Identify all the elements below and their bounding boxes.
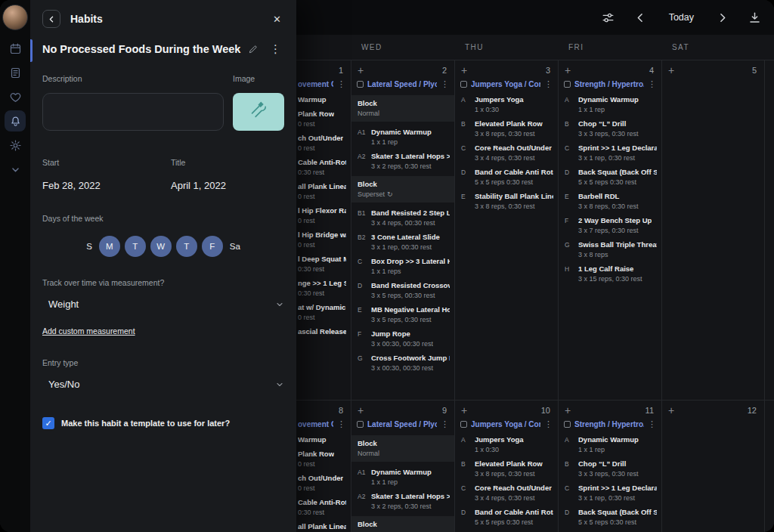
day-chip[interactable]: F <box>202 236 223 257</box>
today-button[interactable]: Today <box>666 12 697 23</box>
end-date-value[interactable]: April 1, 2022 <box>171 180 284 191</box>
day-chip[interactable]: T <box>125 236 146 257</box>
exercise-entry[interactable]: EStability Ball Plank Linear ...3 x 8 re… <box>455 192 558 210</box>
calendar-day-cell[interactable]: +10Jumpers Yoga / Core⋮AJumpers Yoga1 x … <box>454 401 558 532</box>
exercise-entry[interactable]: GCross Footwork Jump Rope3 x 00:30, 00:3… <box>351 354 454 372</box>
habit-image-thumbnail[interactable] <box>233 93 284 131</box>
exercise-entry[interactable]: CSprint >> 1 Leg Declarations3 x 1 rep, … <box>559 144 661 162</box>
exercise-entry[interactable]: CBox Drop >> 3 Lateral H...1 x 1 reps <box>351 257 454 275</box>
day-chip[interactable]: T <box>176 236 197 257</box>
exercise-entry[interactable]: DBand Resisted Crossover...3 x 5 reps, 0… <box>351 281 454 299</box>
calendar-day-cell[interactable]: +2Lateral Speed / Plyo⋮BlockNormalA1Dyna… <box>351 60 454 400</box>
exercise-entry[interactable]: DBack Squat (Back Off Set)5 x 5 reps 0:3… <box>559 168 661 186</box>
exercise-entry[interactable]: FJump Rope3 x 00:30, 00:30 rest <box>351 329 454 348</box>
exercise-entry[interactable]: H1 Leg Calf Raise3 x 15 reps, 0:30 rest <box>559 264 661 283</box>
kebab-menu-icon[interactable]: ⋮ <box>267 42 284 56</box>
workout-title[interactable]: Lateral Speed / Plyo <box>367 420 437 428</box>
calendar-day-cell[interactable]: +5 <box>661 60 765 400</box>
exercise-entry[interactable]: CCore Reach Out/Under3 x 4 reps, 0:30 re… <box>455 484 558 502</box>
calendar-day-cell[interactable]: +3Jumpers Yoga / Core⋮AJumpers Yoga1 x 0… <box>454 60 558 400</box>
description-input[interactable] <box>42 93 224 131</box>
avatar[interactable] <box>2 5 28 30</box>
workout-checkbox[interactable] <box>460 81 467 88</box>
entry-type-select[interactable]: Yes/No <box>42 379 284 390</box>
exercise-entry[interactable]: DBack Squat (Back Off Set)5 x 5 reps 0:3… <box>559 508 661 526</box>
add-event-icon[interactable]: + <box>358 405 364 416</box>
exercise-entry[interactable]: A2Skater 3 Lateral Hops >> ...3 x 2 reps… <box>351 152 454 170</box>
add-event-icon[interactable]: + <box>358 65 364 76</box>
calendar-day-cell[interactable]: +11Strength / Hypertro...⋮ADynamic Warmu… <box>558 401 661 532</box>
exercise-entry[interactable]: ADynamic Warmup1 x 1 rep <box>559 95 661 113</box>
workout-title[interactable]: Lateral Speed / Plyo <box>367 80 437 88</box>
bell-icon[interactable] <box>5 110 26 131</box>
exercise-entry[interactable]: B1Band Resisted 2 Step Late...3 x 4 reps… <box>351 209 454 227</box>
exercise-entry[interactable]: F2 Way Bench Step Up3 x 7 reps, 0:30 res… <box>559 216 661 234</box>
prev-week-chevron-left-icon[interactable] <box>633 11 648 25</box>
exercise-entry[interactable]: BChop “L” Drill3 x 3 reps, 0:30 rest <box>559 119 661 138</box>
exercise-entry[interactable]: B23 Cone Lateral Slide3 x 1 rep, 00:30 r… <box>351 233 454 251</box>
workout-title[interactable]: Strength / Hypertro... <box>574 80 644 88</box>
workout-title[interactable]: Strength / Hypertro... <box>574 420 644 428</box>
add-custom-measurement-link[interactable]: Add custom measurement <box>42 326 135 336</box>
calendar-day-cell[interactable]: +12 <box>661 401 765 532</box>
filter-sliders-icon[interactable] <box>601 11 615 25</box>
exercise-entry[interactable]: EBarbell RDL3 x 8 reps, 0:30 rest <box>559 192 661 210</box>
gear-icon[interactable] <box>5 135 26 156</box>
day-chip[interactable]: M <box>99 236 120 257</box>
exercise-entry[interactable]: DBand or Cable Anti Rotati...5 x 5 reps … <box>455 508 558 526</box>
download-icon[interactable] <box>748 11 762 25</box>
workout-title[interactable]: ovement Q... <box>298 420 333 428</box>
exercise-entry[interactable]: CSprint >> 1 Leg Declarations3 x 1 rep, … <box>559 484 661 502</box>
kebab-menu-icon[interactable]: ⋮ <box>648 420 656 428</box>
exercise-entry[interactable]: CCore Reach Out/Under3 x 4 reps, 0:30 re… <box>455 144 558 162</box>
add-event-icon[interactable]: + <box>565 405 571 416</box>
measurement-select[interactable]: Weight <box>42 298 284 310</box>
workout-checkbox[interactable] <box>564 81 571 88</box>
calendar-day-cell[interactable]: +9Lateral Speed / Plyo⋮BlockNormalA1Dyna… <box>351 401 454 532</box>
exercise-entry[interactable]: AJumpers Yoga1 x 0:30 <box>455 95 558 113</box>
chevron-down-icon[interactable] <box>5 159 26 180</box>
edit-pencil-icon[interactable] <box>248 44 259 54</box>
add-event-icon[interactable]: + <box>668 405 674 416</box>
back-button[interactable] <box>42 10 60 28</box>
template-checkbox[interactable]: ✓ <box>42 417 54 429</box>
add-event-icon[interactable]: + <box>461 405 467 416</box>
next-week-chevron-right-icon[interactable] <box>715 11 729 25</box>
workout-title[interactable]: ovement Q... <box>298 80 333 88</box>
day-chip[interactable]: S <box>84 242 94 251</box>
kebab-menu-icon[interactable]: ⋮ <box>441 80 449 88</box>
day-chip[interactable]: Sa <box>228 242 243 251</box>
exercise-entry[interactable]: AJumpers Yoga1 x 0:30 <box>455 435 558 453</box>
heart-icon[interactable] <box>5 86 26 107</box>
kebab-menu-icon[interactable]: ⋮ <box>337 80 345 88</box>
exercise-entry[interactable]: A2Skater 3 Lateral Hops >> ...3 x 2 reps… <box>351 492 454 510</box>
kebab-menu-icon[interactable]: ⋮ <box>441 420 449 428</box>
workout-checkbox[interactable] <box>460 421 467 428</box>
add-event-icon[interactable]: + <box>565 65 571 76</box>
workout-checkbox[interactable] <box>564 421 571 428</box>
exercise-entry[interactable]: BChop “L” Drill3 x 3 reps, 0:30 rest <box>559 459 661 478</box>
workout-checkbox[interactable] <box>357 421 364 428</box>
calendar-icon[interactable] <box>5 38 26 59</box>
exercise-entry[interactable]: ADynamic Warmup1 x 1 rep <box>559 435 661 453</box>
document-icon[interactable] <box>5 62 26 83</box>
exercise-entry[interactable]: BElevated Plank Row3 x 8 reps, 0:30 rest <box>455 459 558 478</box>
kebab-menu-icon[interactable]: ⋮ <box>648 80 656 88</box>
start-date-value[interactable]: Feb 28, 2022 <box>42 180 171 191</box>
exercise-entry[interactable]: EMB Negative Lateral Hop...3 x 5 reps, 0… <box>351 305 454 323</box>
exercise-entry[interactable]: A1Dynamic Warmup1 x 1 rep <box>351 128 454 146</box>
close-icon[interactable]: ✕ <box>270 11 284 28</box>
exercise-entry[interactable]: DBand or Cable Anti Rotati...5 x 5 reps … <box>455 168 558 186</box>
calendar-day-cell[interactable]: +4Strength / Hypertro...⋮ADynamic Warmup… <box>558 60 661 400</box>
add-event-icon[interactable]: + <box>461 65 467 76</box>
kebab-menu-icon[interactable]: ⋮ <box>544 80 553 88</box>
kebab-menu-icon[interactable]: ⋮ <box>337 420 345 428</box>
exercise-entry[interactable]: BElevated Plank Row3 x 8 reps, 0:30 rest <box>455 119 558 138</box>
day-chip[interactable]: W <box>150 236 172 257</box>
workout-title[interactable]: Jumpers Yoga / Core <box>471 80 540 88</box>
workout-checkbox[interactable] <box>357 81 364 88</box>
exercise-entry[interactable]: A1Dynamic Warmup1 x 1 rep <box>351 468 454 486</box>
add-event-icon[interactable]: + <box>668 65 674 76</box>
kebab-menu-icon[interactable]: ⋮ <box>544 420 553 428</box>
exercise-entry[interactable]: GSwiss Ball Triple Threat3 x 8 reps <box>559 240 661 258</box>
